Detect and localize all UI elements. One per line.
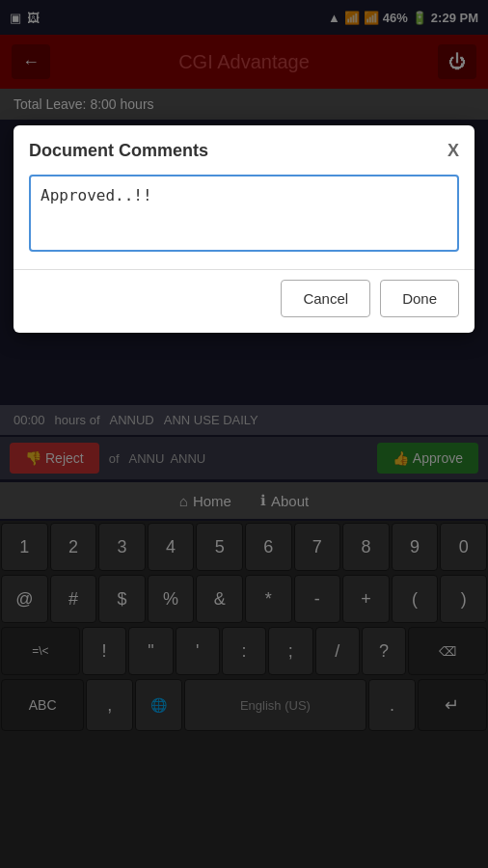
modal-close-button[interactable]: X: [447, 141, 459, 161]
modal-header: Document Comments X: [14, 125, 474, 161]
modal-body: Approved..!!: [14, 161, 474, 269]
document-comments-modal: Document Comments X Approved..!! Cancel …: [14, 125, 474, 333]
modal-divider: [14, 269, 474, 270]
modal-title: Document Comments: [29, 141, 208, 161]
done-button[interactable]: Done: [380, 280, 459, 317]
comments-textarea[interactable]: Approved..!!: [29, 175, 459, 252]
cancel-button[interactable]: Cancel: [281, 280, 370, 317]
modal-footer: Cancel Done: [14, 280, 474, 333]
